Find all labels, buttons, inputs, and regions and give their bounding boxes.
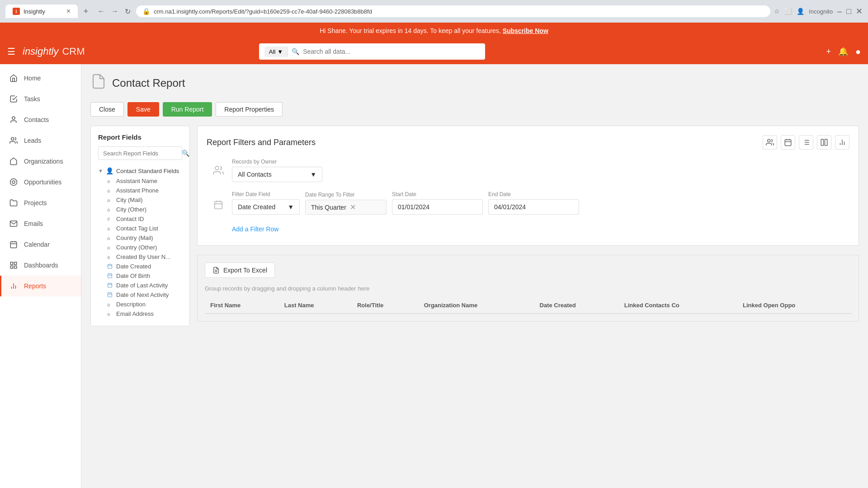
user-avatar[interactable]: ● (855, 47, 861, 57)
profile-icon[interactable]: 👤 (797, 8, 804, 15)
search-fields-input[interactable] (103, 150, 179, 157)
field-item[interactable]: a Country (Mail) (98, 233, 182, 243)
close-button[interactable]: Close (90, 102, 124, 117)
field-item[interactable]: Date of Last Activity (98, 281, 182, 290)
browser-tab[interactable]: i Insightly × (5, 5, 78, 18)
sidebar-item-calendar[interactable]: Calendar (0, 234, 81, 255)
field-item[interactable]: a City (Mail) (98, 195, 182, 205)
maximize-button[interactable]: □ (846, 7, 851, 16)
new-tab-button[interactable]: + (80, 5, 92, 18)
field-item[interactable]: a Description (98, 300, 182, 309)
field-item[interactable]: a Email Address (98, 309, 182, 319)
records-owner-section: Records by Owner All Contacts ▼ (207, 159, 849, 182)
search-input[interactable] (303, 48, 480, 55)
filters-header: Report Filters and Parameters (207, 135, 849, 150)
sidebar-item-leads[interactable]: Leads (0, 130, 81, 151)
minimize-button[interactable]: – (837, 7, 842, 16)
field-item[interactable]: # Contact ID (98, 214, 182, 224)
field-type-icon: a (107, 254, 113, 260)
date-range-tag[interactable]: This Quarter ✕ (305, 200, 387, 215)
report-properties-button[interactable]: Report Properties (216, 102, 283, 117)
sidebar-item-tasks[interactable]: Tasks (0, 89, 81, 109)
extensions-icon[interactable]: ⬜ (784, 8, 792, 15)
search-fields-icon: 🔍 (182, 150, 189, 157)
date-field-wrapper: Filter Date Field Date Created ▼ (232, 191, 300, 215)
category-icon: 👤 (106, 167, 113, 174)
field-label: Country (Mail) (116, 235, 153, 241)
sidebar-item-projects[interactable]: Projects (0, 192, 81, 213)
sidebar-label-calendar: Calendar (24, 241, 50, 248)
sidebar-item-emails[interactable]: Emails (0, 213, 81, 234)
end-date-input[interactable] (488, 199, 579, 215)
export-excel-button[interactable]: Export To Excel (205, 263, 275, 278)
notifications-icon[interactable]: 🔔 (838, 47, 848, 56)
field-item[interactable]: Date Of Birth (98, 271, 182, 281)
sidebar-label-reports: Reports (24, 282, 46, 290)
date-range-wrapper: Date Range To Filter This Quarter ✕ (305, 192, 387, 215)
chart-button[interactable] (835, 135, 849, 150)
tab-close[interactable]: × (66, 7, 71, 15)
projects-icon (9, 198, 19, 208)
main-content: Contact Report Close Save Run Report Rep… (81, 64, 868, 488)
date-range-label: Date Range To Filter (305, 192, 387, 198)
field-item[interactable]: Date Created (98, 262, 182, 271)
field-label: Date Created (116, 263, 151, 270)
organizations-icon (9, 156, 19, 166)
search-fields-container[interactable]: 🔍 (98, 146, 182, 160)
bookmark-icon[interactable]: ☆ (774, 8, 780, 15)
field-label: Date Of Birth (116, 272, 150, 279)
svg-rect-9 (14, 262, 17, 264)
field-item[interactable]: a Created By User N... (98, 252, 182, 262)
close-button[interactable]: ✕ (856, 6, 863, 16)
field-category[interactable]: ▼ 👤 Contact Standard Fields (98, 165, 182, 176)
report-fields-panel: Report Fields 🔍 ▼ 👤 Contact Standard Fie… (90, 126, 190, 326)
field-type-date-icon (107, 263, 113, 270)
sidebar-item-opportunities[interactable]: Opportunities (0, 172, 81, 192)
svg-point-3 (12, 181, 15, 183)
sidebar-item-organizations[interactable]: Organizations (0, 151, 81, 172)
save-button[interactable]: Save (127, 102, 159, 117)
owner-dropdown[interactable]: All Contacts ▼ (232, 167, 322, 182)
field-type-icon: a (107, 207, 113, 212)
add-button[interactable]: + (826, 47, 831, 56)
add-filter-section: Add a Filter Row (207, 215, 849, 236)
people-filter-button[interactable] (763, 135, 777, 150)
field-item[interactable]: a Country (Other) (98, 243, 182, 252)
refresh-button[interactable]: ↻ (123, 5, 132, 18)
sidebar-item-contacts[interactable]: Contacts (0, 109, 81, 130)
field-type-icon: a (107, 245, 113, 250)
columns-button[interactable] (817, 135, 831, 150)
field-item[interactable]: a City (Other) (98, 205, 182, 214)
sidebar-item-home[interactable]: Home (0, 68, 81, 89)
date-field-dropdown[interactable]: Date Created ▼ (232, 199, 300, 215)
back-button[interactable]: ← (96, 5, 107, 17)
remove-date-range[interactable]: ✕ (350, 203, 356, 211)
sidebar-label-emails: Emails (24, 220, 43, 227)
start-date-input[interactable] (392, 199, 483, 215)
start-date-label: Start Date (392, 191, 483, 197)
sidebar-item-reports[interactable]: Reports (0, 276, 81, 296)
field-type-icon: # (107, 216, 113, 222)
report-table: First Name Last Name Role/Title Organiza… (205, 297, 851, 314)
field-item[interactable]: Date of Next Activity (98, 290, 182, 300)
field-item[interactable]: a Assistant Phone (98, 186, 182, 195)
run-report-button[interactable]: Run Report (163, 102, 212, 117)
report-filters-panel: Report Filters and Parameters (197, 126, 859, 246)
global-search[interactable]: All ▼ 🔍 (259, 43, 485, 60)
hamburger-menu[interactable]: ☰ (7, 46, 15, 57)
subscribe-link[interactable]: Subscribe Now (503, 27, 548, 34)
sidebar-item-dashboards[interactable]: Dashboards (0, 255, 81, 276)
emails-icon (9, 219, 19, 229)
url-bar[interactable]: 🔒 crm.na1.insightly.com/Reports/Edit/?gu… (136, 5, 770, 17)
svg-rect-23 (108, 283, 112, 287)
filter-rows-button[interactable] (799, 135, 813, 150)
forward-button[interactable]: → (109, 5, 120, 17)
page-title: Contact Report (112, 77, 185, 89)
col-linked-oppo: Linked Open Oppo (737, 297, 851, 314)
search-filter-button[interactable]: All ▼ (264, 47, 288, 57)
add-filter-link[interactable]: Add a Filter Row (232, 222, 278, 236)
field-item[interactable]: a Assistant Name (98, 176, 182, 186)
field-item[interactable]: a Contact Tag List (98, 224, 182, 233)
sidebar-label-leads: Leads (24, 137, 41, 144)
calendar-filter-button[interactable] (781, 135, 795, 150)
